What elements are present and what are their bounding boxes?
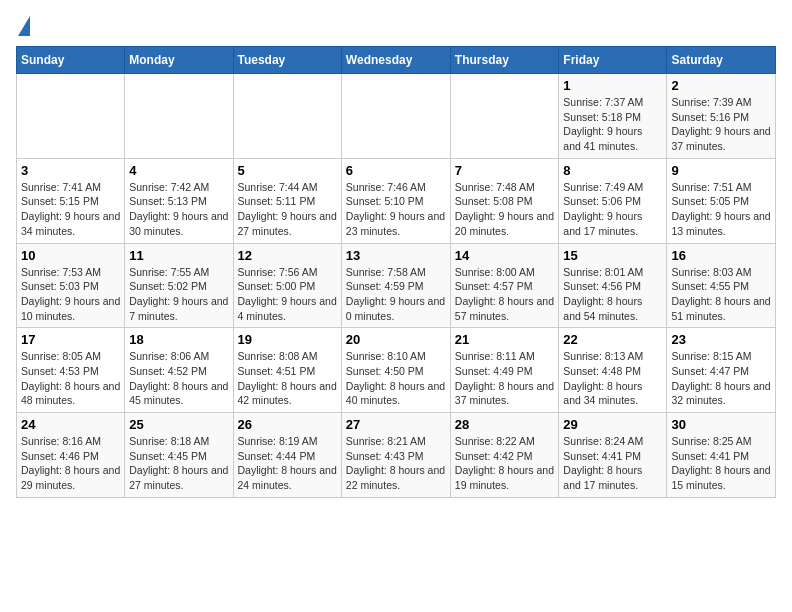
page-header [16, 16, 776, 36]
day-number: 21 [455, 332, 555, 347]
calendar-cell: 5Sunrise: 7:44 AM Sunset: 5:11 PM Daylig… [233, 158, 341, 243]
day-number: 23 [671, 332, 771, 347]
calendar-cell: 10Sunrise: 7:53 AM Sunset: 5:03 PM Dayli… [17, 243, 125, 328]
calendar-cell: 3Sunrise: 7:41 AM Sunset: 5:15 PM Daylig… [17, 158, 125, 243]
day-number: 29 [563, 417, 662, 432]
calendar-cell: 27Sunrise: 8:21 AM Sunset: 4:43 PM Dayli… [341, 413, 450, 498]
day-number: 18 [129, 332, 228, 347]
calendar-cell: 9Sunrise: 7:51 AM Sunset: 5:05 PM Daylig… [667, 158, 776, 243]
calendar-cell: 22Sunrise: 8:13 AM Sunset: 4:48 PM Dayli… [559, 328, 667, 413]
day-info: Sunrise: 8:25 AM Sunset: 4:41 PM Dayligh… [671, 434, 771, 493]
day-number: 10 [21, 248, 120, 263]
day-number: 27 [346, 417, 446, 432]
day-info: Sunrise: 8:03 AM Sunset: 4:55 PM Dayligh… [671, 265, 771, 324]
day-info: Sunrise: 8:15 AM Sunset: 4:47 PM Dayligh… [671, 349, 771, 408]
weekday-header: Thursday [450, 47, 559, 74]
calendar-cell: 8Sunrise: 7:49 AM Sunset: 5:06 PM Daylig… [559, 158, 667, 243]
day-number: 7 [455, 163, 555, 178]
calendar-week-row: 3Sunrise: 7:41 AM Sunset: 5:15 PM Daylig… [17, 158, 776, 243]
calendar-week-row: 1Sunrise: 7:37 AM Sunset: 5:18 PM Daylig… [17, 74, 776, 159]
day-info: Sunrise: 8:24 AM Sunset: 4:41 PM Dayligh… [563, 434, 662, 493]
weekday-header: Sunday [17, 47, 125, 74]
day-info: Sunrise: 8:06 AM Sunset: 4:52 PM Dayligh… [129, 349, 228, 408]
day-number: 3 [21, 163, 120, 178]
day-info: Sunrise: 8:16 AM Sunset: 4:46 PM Dayligh… [21, 434, 120, 493]
day-info: Sunrise: 8:10 AM Sunset: 4:50 PM Dayligh… [346, 349, 446, 408]
calendar-cell: 26Sunrise: 8:19 AM Sunset: 4:44 PM Dayli… [233, 413, 341, 498]
day-number: 26 [238, 417, 337, 432]
calendar-week-row: 17Sunrise: 8:05 AM Sunset: 4:53 PM Dayli… [17, 328, 776, 413]
calendar-table: SundayMondayTuesdayWednesdayThursdayFrid… [16, 46, 776, 498]
calendar-cell [17, 74, 125, 159]
day-number: 19 [238, 332, 337, 347]
day-info: Sunrise: 7:53 AM Sunset: 5:03 PM Dayligh… [21, 265, 120, 324]
calendar-cell [125, 74, 233, 159]
calendar-cell: 17Sunrise: 8:05 AM Sunset: 4:53 PM Dayli… [17, 328, 125, 413]
weekday-header: Wednesday [341, 47, 450, 74]
calendar-cell: 4Sunrise: 7:42 AM Sunset: 5:13 PM Daylig… [125, 158, 233, 243]
calendar-cell: 30Sunrise: 8:25 AM Sunset: 4:41 PM Dayli… [667, 413, 776, 498]
weekday-header: Monday [125, 47, 233, 74]
day-info: Sunrise: 8:19 AM Sunset: 4:44 PM Dayligh… [238, 434, 337, 493]
day-number: 5 [238, 163, 337, 178]
day-info: Sunrise: 8:13 AM Sunset: 4:48 PM Dayligh… [563, 349, 662, 408]
day-info: Sunrise: 8:05 AM Sunset: 4:53 PM Dayligh… [21, 349, 120, 408]
day-number: 2 [671, 78, 771, 93]
day-number: 8 [563, 163, 662, 178]
day-info: Sunrise: 8:00 AM Sunset: 4:57 PM Dayligh… [455, 265, 555, 324]
day-info: Sunrise: 8:18 AM Sunset: 4:45 PM Dayligh… [129, 434, 228, 493]
day-number: 15 [563, 248, 662, 263]
day-info: Sunrise: 7:42 AM Sunset: 5:13 PM Dayligh… [129, 180, 228, 239]
day-info: Sunrise: 7:51 AM Sunset: 5:05 PM Dayligh… [671, 180, 771, 239]
calendar-cell: 20Sunrise: 8:10 AM Sunset: 4:50 PM Dayli… [341, 328, 450, 413]
day-info: Sunrise: 7:41 AM Sunset: 5:15 PM Dayligh… [21, 180, 120, 239]
calendar-cell: 28Sunrise: 8:22 AM Sunset: 4:42 PM Dayli… [450, 413, 559, 498]
day-info: Sunrise: 7:39 AM Sunset: 5:16 PM Dayligh… [671, 95, 771, 154]
calendar-cell: 21Sunrise: 8:11 AM Sunset: 4:49 PM Dayli… [450, 328, 559, 413]
calendar-cell: 16Sunrise: 8:03 AM Sunset: 4:55 PM Dayli… [667, 243, 776, 328]
day-info: Sunrise: 8:21 AM Sunset: 4:43 PM Dayligh… [346, 434, 446, 493]
calendar-cell: 6Sunrise: 7:46 AM Sunset: 5:10 PM Daylig… [341, 158, 450, 243]
day-info: Sunrise: 8:22 AM Sunset: 4:42 PM Dayligh… [455, 434, 555, 493]
day-info: Sunrise: 7:58 AM Sunset: 4:59 PM Dayligh… [346, 265, 446, 324]
day-info: Sunrise: 7:46 AM Sunset: 5:10 PM Dayligh… [346, 180, 446, 239]
day-number: 22 [563, 332, 662, 347]
day-info: Sunrise: 7:49 AM Sunset: 5:06 PM Dayligh… [563, 180, 662, 239]
day-number: 11 [129, 248, 228, 263]
calendar-cell: 19Sunrise: 8:08 AM Sunset: 4:51 PM Dayli… [233, 328, 341, 413]
weekday-header: Friday [559, 47, 667, 74]
day-number: 28 [455, 417, 555, 432]
day-number: 13 [346, 248, 446, 263]
calendar-cell: 15Sunrise: 8:01 AM Sunset: 4:56 PM Dayli… [559, 243, 667, 328]
calendar-week-row: 24Sunrise: 8:16 AM Sunset: 4:46 PM Dayli… [17, 413, 776, 498]
calendar-cell: 2Sunrise: 7:39 AM Sunset: 5:16 PM Daylig… [667, 74, 776, 159]
calendar-cell [450, 74, 559, 159]
calendar-cell: 11Sunrise: 7:55 AM Sunset: 5:02 PM Dayli… [125, 243, 233, 328]
calendar-cell [341, 74, 450, 159]
day-number: 12 [238, 248, 337, 263]
calendar-cell: 23Sunrise: 8:15 AM Sunset: 4:47 PM Dayli… [667, 328, 776, 413]
logo [16, 16, 30, 36]
calendar-cell: 14Sunrise: 8:00 AM Sunset: 4:57 PM Dayli… [450, 243, 559, 328]
weekday-header: Saturday [667, 47, 776, 74]
day-info: Sunrise: 8:11 AM Sunset: 4:49 PM Dayligh… [455, 349, 555, 408]
calendar-cell: 12Sunrise: 7:56 AM Sunset: 5:00 PM Dayli… [233, 243, 341, 328]
day-number: 17 [21, 332, 120, 347]
day-number: 6 [346, 163, 446, 178]
day-number: 25 [129, 417, 228, 432]
day-info: Sunrise: 7:55 AM Sunset: 5:02 PM Dayligh… [129, 265, 228, 324]
calendar-cell: 29Sunrise: 8:24 AM Sunset: 4:41 PM Dayli… [559, 413, 667, 498]
day-number: 14 [455, 248, 555, 263]
calendar-header-row: SundayMondayTuesdayWednesdayThursdayFrid… [17, 47, 776, 74]
day-info: Sunrise: 7:37 AM Sunset: 5:18 PM Dayligh… [563, 95, 662, 154]
calendar-cell: 7Sunrise: 7:48 AM Sunset: 5:08 PM Daylig… [450, 158, 559, 243]
calendar-cell [233, 74, 341, 159]
calendar-cell: 25Sunrise: 8:18 AM Sunset: 4:45 PM Dayli… [125, 413, 233, 498]
logo-triangle-icon [18, 16, 30, 36]
day-info: Sunrise: 7:44 AM Sunset: 5:11 PM Dayligh… [238, 180, 337, 239]
day-info: Sunrise: 8:08 AM Sunset: 4:51 PM Dayligh… [238, 349, 337, 408]
day-info: Sunrise: 8:01 AM Sunset: 4:56 PM Dayligh… [563, 265, 662, 324]
day-number: 16 [671, 248, 771, 263]
day-info: Sunrise: 7:56 AM Sunset: 5:00 PM Dayligh… [238, 265, 337, 324]
calendar-cell: 1Sunrise: 7:37 AM Sunset: 5:18 PM Daylig… [559, 74, 667, 159]
